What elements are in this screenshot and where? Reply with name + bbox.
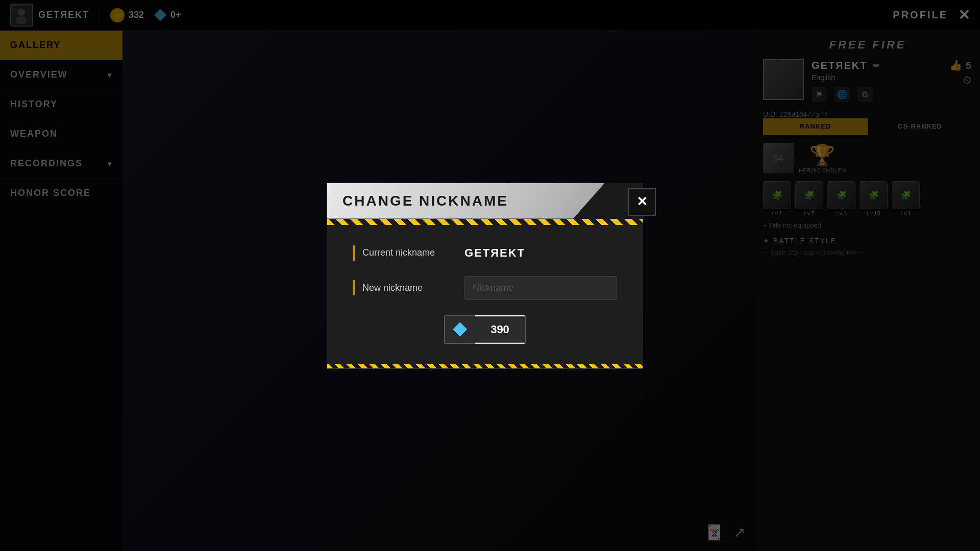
modal-overlay: ✕ CHANGE NICKNAME Current nickname GETЯE… xyxy=(0,0,980,551)
confirm-cost-button[interactable]: 390 xyxy=(444,315,526,344)
modal-close-button[interactable]: ✕ xyxy=(628,188,656,216)
new-nickname-row: New nickname xyxy=(353,276,617,300)
modal-title: CHANGE NICKNAME xyxy=(342,193,508,209)
field-indicator-new xyxy=(353,280,355,295)
current-nickname-row: Current nickname GETЯEKT xyxy=(353,245,617,261)
current-nickname-label: Current nickname xyxy=(362,247,464,258)
modal-stripe-bottom xyxy=(327,364,643,368)
modal-header-bg: CHANGE NICKNAME xyxy=(327,183,643,219)
cost-diamond-icon xyxy=(453,322,467,337)
modal-body: Current nickname GETЯEKT New nickname xyxy=(327,225,643,364)
new-nickname-input[interactable] xyxy=(464,276,617,300)
current-nickname-value: GETЯEKT xyxy=(464,246,525,260)
modal-stripe-top xyxy=(327,219,643,225)
modal-dialog: CHANGE NICKNAME Current nickname GETЯEKT… xyxy=(327,183,643,369)
cost-icon-part xyxy=(444,315,475,344)
cost-value: 390 xyxy=(475,316,526,343)
modal-wrapper: ✕ CHANGE NICKNAME Current nickname GETЯE… xyxy=(327,183,653,369)
cost-row: 390 xyxy=(353,315,617,344)
new-nickname-label: New nickname xyxy=(362,283,464,293)
field-indicator-current xyxy=(353,245,355,261)
